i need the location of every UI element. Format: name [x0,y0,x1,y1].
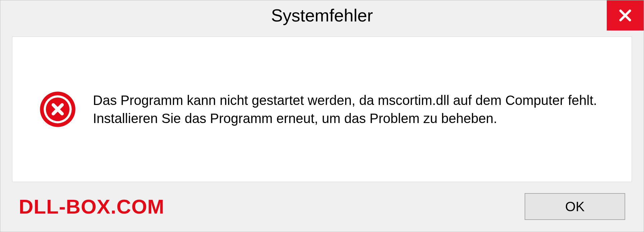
watermark-text: DLL-BOX.COM [19,195,164,218]
content-panel: Das Programm kann nicht gestartet werden… [12,37,632,182]
error-icon [39,91,76,128]
close-icon [617,7,633,23]
close-button[interactable] [607,0,644,31]
error-message: Das Programm kann nicht gestartet werden… [93,91,605,127]
titlebar: Systemfehler [0,0,644,31]
ok-button[interactable]: OK [525,193,625,220]
dialog-title: Systemfehler [271,5,373,25]
error-dialog: Systemfehler Das Programm kann nicht ges… [0,0,644,232]
footer: DLL-BOX.COM OK [0,188,644,232]
